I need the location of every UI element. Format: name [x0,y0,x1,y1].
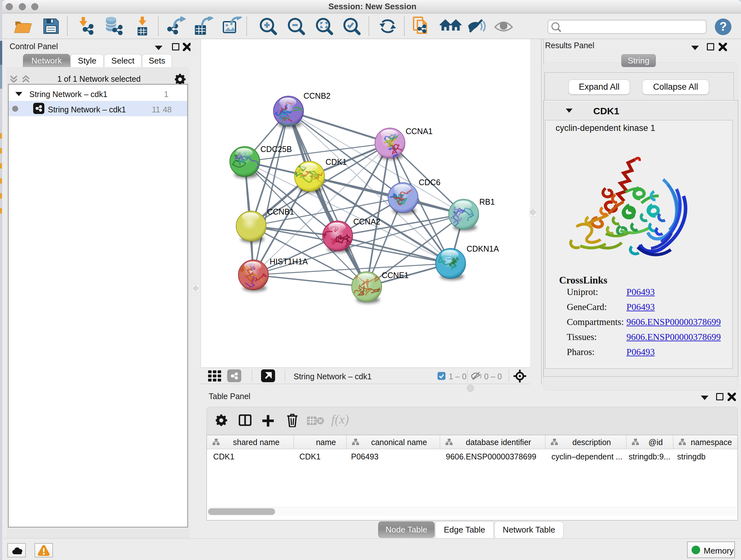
svg-text:CDK1: CDK1 [326,158,347,166]
svg-text:CCNB1: CCNB1 [267,207,294,216]
svg-text:CCNE1: CCNE1 [382,271,409,280]
svg-text:CDC25B: CDC25B [260,145,292,153]
svg-text:RB1: RB1 [479,197,495,206]
svg-text:CDKN1A: CDKN1A [467,244,499,253]
svg-text:CCNB2: CCNB2 [304,91,331,100]
svg-text:CCNA2: CCNA2 [353,217,381,226]
svg-text:CCNA1: CCNA1 [406,127,433,136]
svg-text:CDC6: CDC6 [419,178,441,187]
svg-text:HIST1H1A: HIST1H1A [270,257,308,266]
